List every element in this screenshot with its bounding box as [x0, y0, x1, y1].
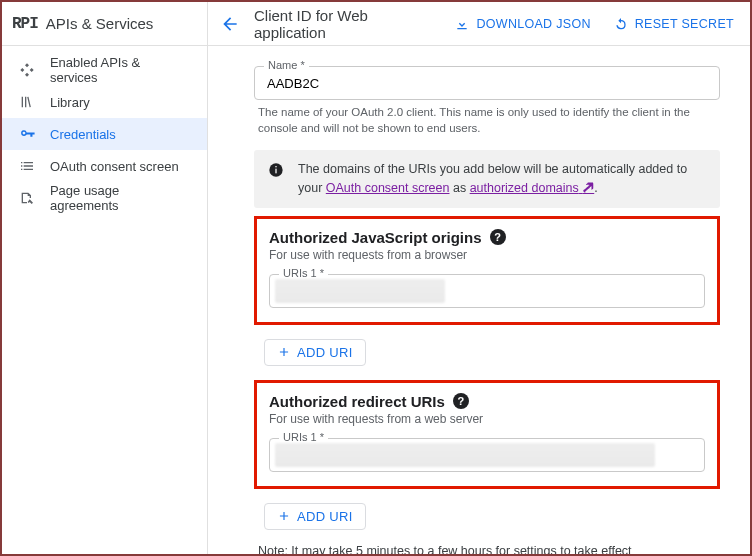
redirect-uris-subtitle: For use with requests from a web server [269, 412, 705, 426]
sidebar-item-label: Library [50, 95, 90, 110]
brand-row: RPI APIs & Services [2, 2, 207, 46]
reset-secret-button[interactable]: RESET SECRET [609, 10, 738, 38]
page-title: Client ID for Web application [254, 7, 436, 41]
download-json-label: DOWNLOAD JSON [476, 17, 590, 31]
external-link-icon: 🡵 [582, 181, 594, 195]
add-uri-label: ADD URI [297, 509, 353, 524]
plus-icon [277, 509, 291, 523]
document-check-icon [18, 190, 36, 206]
back-button[interactable] [220, 14, 240, 34]
oauth-consent-link[interactable]: OAuth consent screen [326, 181, 450, 195]
info-icon [268, 162, 284, 184]
info-text: The domains of the URIs you add below wi… [298, 160, 706, 198]
js-origin-uri-field: URIs 1 * [269, 274, 705, 308]
arrow-left-icon [220, 14, 240, 34]
sidebar-item-oauth-consent[interactable]: OAuth consent screen [2, 150, 207, 182]
svg-rect-2 [275, 166, 276, 167]
help-icon[interactable]: ? [453, 393, 469, 409]
library-icon [18, 94, 36, 110]
name-label: Name * [264, 59, 309, 71]
consent-icon [18, 158, 36, 174]
plus-icon [277, 345, 291, 359]
diamond-icon [18, 62, 36, 78]
redirect-uri-label: URIs 1 * [279, 431, 328, 443]
key-icon [18, 126, 36, 143]
name-input[interactable] [254, 66, 720, 100]
sidebar-item-page-usage[interactable]: Page usage agreements [2, 182, 207, 214]
sidebar-item-library[interactable]: Library [2, 86, 207, 118]
add-uri-label: ADD URI [297, 345, 353, 360]
reset-secret-label: RESET SECRET [635, 17, 734, 31]
nav: Enabled APIs & services Library Credenti… [2, 46, 207, 214]
sidebar-item-label: OAuth consent screen [50, 159, 179, 174]
name-field: Name * [254, 66, 720, 100]
topbar: Client ID for Web application DOWNLOAD J… [208, 2, 750, 46]
api-logo: RPI [12, 15, 38, 33]
brand-title: APIs & Services [46, 15, 154, 32]
sidebar: RPI APIs & Services Enabled APIs & servi… [2, 2, 208, 554]
sidebar-item-label: Page usage agreements [50, 183, 191, 213]
js-origins-subtitle: For use with requests from a browser [269, 248, 705, 262]
content: Name * The name of your OAuth 2.0 client… [208, 46, 750, 554]
download-json-button[interactable]: DOWNLOAD JSON [450, 10, 594, 38]
redirect-uris-title: Authorized redirect URIs [269, 393, 445, 410]
download-icon [454, 16, 470, 32]
authorized-domains-link[interactable]: authorized domains 🡵 [470, 181, 595, 195]
main: Client ID for Web application DOWNLOAD J… [208, 2, 750, 554]
name-help: The name of your OAuth 2.0 client. This … [258, 104, 720, 136]
sidebar-item-label: Credentials [50, 127, 116, 142]
refresh-icon [613, 16, 629, 32]
add-redirect-uri-button[interactable]: ADD URI [264, 503, 366, 530]
redirect-uri-field: URIs 1 * [269, 438, 705, 472]
svg-rect-1 [275, 169, 276, 174]
redacted-value [275, 279, 445, 303]
redacted-value [275, 443, 655, 467]
sidebar-item-credentials[interactable]: Credentials [2, 118, 207, 150]
info-box: The domains of the URIs you add below wi… [254, 150, 720, 208]
js-origins-section: Authorized JavaScript origins ? For use … [254, 216, 720, 325]
propagation-note: Note: It may take 5 minutes to a few hou… [258, 544, 720, 554]
help-icon[interactable]: ? [490, 229, 506, 245]
add-js-origin-button[interactable]: ADD URI [264, 339, 366, 366]
js-origins-title: Authorized JavaScript origins [269, 229, 482, 246]
redirect-uris-section: Authorized redirect URIs ? For use with … [254, 380, 720, 489]
sidebar-item-label: Enabled APIs & services [50, 55, 191, 85]
js-origin-uri-label: URIs 1 * [279, 267, 328, 279]
sidebar-item-enabled-apis[interactable]: Enabled APIs & services [2, 54, 207, 86]
